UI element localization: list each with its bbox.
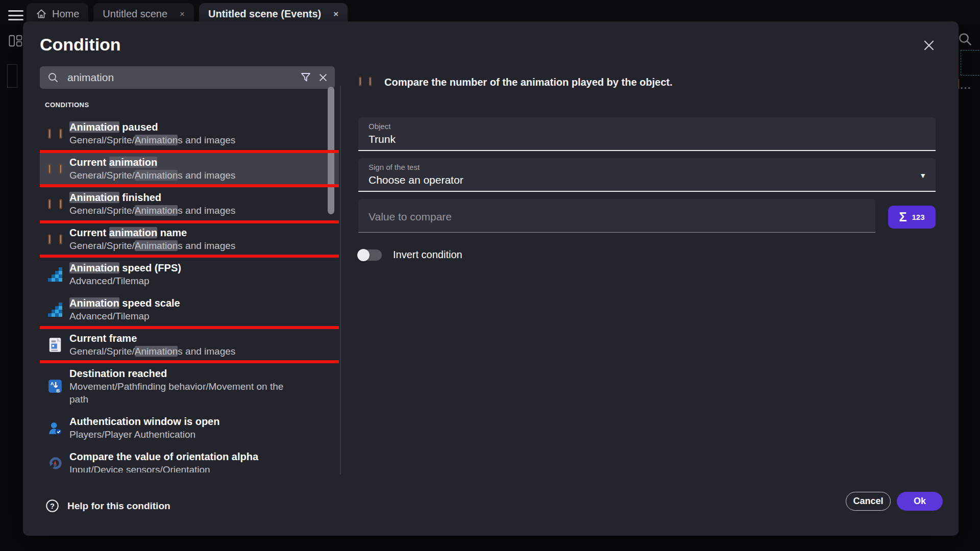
condition-item-icon xyxy=(46,296,64,322)
list-divider xyxy=(340,86,341,474)
ok-button[interactable]: Ok xyxy=(897,492,943,511)
condition-description: Compare the number of the animation play… xyxy=(384,77,673,88)
expression-builder-button[interactable]: Σ 123 xyxy=(888,206,936,229)
sigma-icon: Σ xyxy=(899,210,906,224)
object-field-label: Object xyxy=(369,122,936,131)
conditions-list-viewport: CONDITIONS Animation paused General/Spri… xyxy=(40,96,339,472)
sprite-animation-icon xyxy=(47,127,63,140)
list-section-header: CONDITIONS xyxy=(45,101,339,109)
toggle-knob xyxy=(357,249,370,261)
tab-label: Untitled scene (Events) xyxy=(208,8,321,20)
condition-item-icon xyxy=(46,191,64,217)
condition-list-item[interactable]: Compare the value of orientation alpha I… xyxy=(40,445,339,472)
condition-item-path: Input/Device sensors/Orientation xyxy=(69,463,258,472)
condition-list-item[interactable]: Animation speed scale Advanced/Tilemap xyxy=(40,292,339,327)
condition-item-icon: A B xyxy=(46,367,64,406)
main-menu-icon[interactable] xyxy=(8,10,23,20)
clear-search-icon[interactable] xyxy=(314,69,332,86)
svg-text:?: ? xyxy=(50,502,55,510)
help-icon: ? xyxy=(45,499,59,513)
condition-list-item[interactable]: Authentication window is open Players/Pl… xyxy=(40,410,339,445)
condition-item-icon xyxy=(46,415,64,441)
value-field-placeholder: Value to compare xyxy=(369,211,875,223)
condition-item-title: Current animation xyxy=(69,157,157,168)
condition-list-item[interactable]: Current animation General/Sprite/Animati… xyxy=(40,151,339,186)
sprite-animation-icon xyxy=(47,162,63,176)
condition-item-icon xyxy=(46,450,64,472)
object-field[interactable]: Object Trunk xyxy=(358,117,936,151)
condition-list-item[interactable]: Current frame General/Sprite/Animations … xyxy=(40,327,339,362)
tab-close-icon[interactable]: × xyxy=(180,10,185,18)
condition-list-item[interactable]: A B Destination reached Movement/Pathfin… xyxy=(40,362,339,410)
operator-field-value: Choose an operator xyxy=(369,174,936,186)
invert-condition-toggle[interactable] xyxy=(358,249,382,261)
condition-item-path: Advanced/Tilemap xyxy=(69,274,181,287)
background-search-icon xyxy=(958,32,973,47)
orientation-sensor-icon xyxy=(48,456,62,470)
panels-layout-icon xyxy=(8,35,23,47)
background-toolbar-fragment xyxy=(7,64,17,88)
condition-item-title: Destination reached xyxy=(69,368,167,379)
cancel-button[interactable]: Cancel xyxy=(846,492,891,511)
operator-field-label: Sign of the test xyxy=(369,163,936,171)
condition-list-item[interactable]: Animation paused General/Sprite/Animatio… xyxy=(40,116,339,151)
value-to-compare-field[interactable]: Value to compare xyxy=(358,199,875,233)
dialog-close-icon[interactable] xyxy=(921,38,937,53)
tab-close-icon[interactable]: × xyxy=(333,10,338,18)
sprite-animation-icon xyxy=(47,233,63,246)
condition-item-title: Current frame xyxy=(69,333,137,344)
filter-icon[interactable] xyxy=(297,69,314,86)
chevron-down-icon: ▼ xyxy=(919,171,926,180)
condition-list-item[interactable]: Current animation name General/Sprite/An… xyxy=(40,221,339,257)
condition-item-path: General/Sprite/Animations and images xyxy=(69,204,235,217)
condition-item-icon xyxy=(46,261,64,287)
condition-item-title: Animation finished xyxy=(69,192,161,203)
player-authentication-icon xyxy=(48,421,62,435)
invert-condition-label: Invert condition xyxy=(393,249,462,261)
condition-item-title: Authentication window is open xyxy=(69,416,219,427)
search-icon xyxy=(47,71,59,84)
tilemap-icon xyxy=(48,267,62,282)
pathfinding-icon: A B xyxy=(48,379,62,393)
object-field-value: Trunk xyxy=(369,133,936,145)
condition-item-icon xyxy=(46,156,64,182)
condition-item-title: Animation speed (FPS) xyxy=(69,262,181,273)
condition-item-title: Compare the value of orientation alpha xyxy=(69,451,258,462)
condition-item-path: Players/Player Authentication xyxy=(69,428,219,441)
home-icon xyxy=(36,8,47,19)
condition-item-path: General/Sprite/Animations and images xyxy=(69,345,235,358)
tab-label: Untitled scene xyxy=(103,8,167,20)
condition-dialog: Condition CONDITIONS xyxy=(23,21,959,536)
sprite-animation-icon xyxy=(47,197,63,211)
condition-item-path: General/Sprite/Animations and images xyxy=(69,134,235,146)
operator-select[interactable]: Sign of the test Choose an operator ▼ xyxy=(358,158,936,192)
condition-list-item[interactable]: Animation finished General/Sprite/Animat… xyxy=(40,186,339,221)
condition-item-icon xyxy=(46,120,64,146)
svg-text:A: A xyxy=(51,381,54,386)
sprite-animation-icon xyxy=(358,76,372,87)
help-link[interactable]: ? Help for this condition xyxy=(45,499,170,513)
tab-label: Home xyxy=(52,8,79,20)
condition-search-bar xyxy=(40,66,335,89)
current-frame-icon xyxy=(48,337,62,353)
condition-item-path: General/Sprite/Animations and images xyxy=(69,169,235,182)
condition-item-path: Advanced/Tilemap xyxy=(69,310,180,322)
svg-text:B: B xyxy=(56,388,60,393)
condition-item-title: Animation speed scale xyxy=(69,297,180,309)
background-selection-fragment xyxy=(961,50,980,76)
condition-item-icon xyxy=(46,332,64,358)
tilemap-icon xyxy=(48,303,62,317)
search-input[interactable] xyxy=(67,71,297,84)
expression-builder-label: 123 xyxy=(912,213,924,221)
condition-list-item[interactable]: Animation speed (FPS) Advanced/Tilemap xyxy=(40,257,339,292)
help-label: Help for this condition xyxy=(67,500,170,512)
condition-item-icon xyxy=(46,226,64,252)
condition-item-title: Current animation name xyxy=(69,227,187,238)
dialog-title: Condition xyxy=(40,35,121,55)
condition-item-path: General/Sprite/Animations and images xyxy=(69,239,235,252)
condition-item-title: Animation paused xyxy=(69,121,158,133)
condition-item-path: Movement/Pathfinding behavior/Movement o… xyxy=(69,380,294,406)
conditions-list: Animation paused General/Sprite/Animatio… xyxy=(40,116,339,472)
list-scrollbar-thumb[interactable] xyxy=(328,87,334,214)
condition-type-icon xyxy=(358,76,372,89)
